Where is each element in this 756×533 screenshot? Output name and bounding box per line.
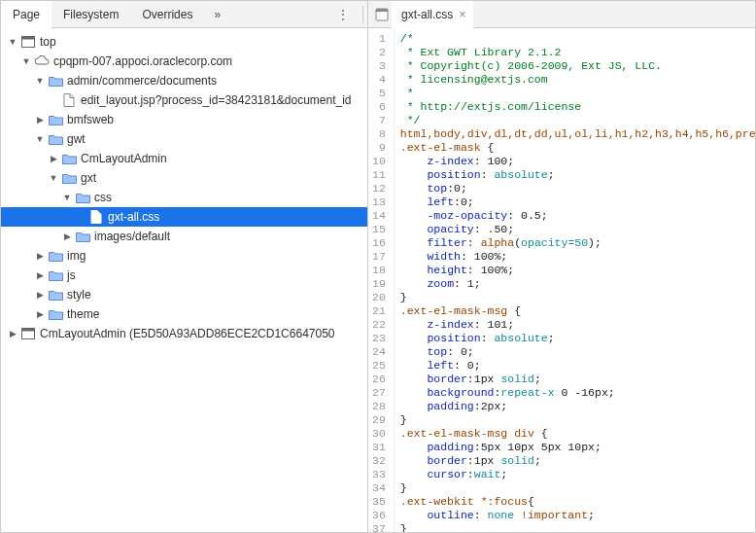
svg-rect-1 [22, 37, 35, 40]
right-pane: gxt-all.css × 12345678910111213141516171… [368, 1, 755, 532]
tree-row-label: CmLayoutAdmin (E5D50A93ADD86ECE2CD1C6647… [40, 327, 335, 340]
line-number: 6 [372, 100, 386, 114]
chevron-right-icon[interactable]: ▶ [34, 309, 46, 319]
line-number: 26 [372, 373, 386, 386]
chevron-right-icon[interactable]: ▶ [7, 329, 18, 338]
tree-row[interactable]: ▶img [1, 246, 367, 266]
chevron-down-icon[interactable]: ▼ [61, 193, 73, 202]
svg-rect-3 [22, 329, 35, 332]
code-line: .ext-webkit *:focus{ [400, 495, 755, 509]
tree-row-label: CmLayoutAdmin [81, 152, 167, 165]
tree-row[interactable]: ▶images/default [1, 227, 367, 246]
tree-row[interactable]: ▼top [1, 32, 367, 52]
line-number: 21 [372, 304, 386, 318]
line-number: 9 [372, 141, 386, 155]
code-line: html,body,div,dl,dt,dd,ul,ol,li,h1,h2,h3… [400, 127, 755, 141]
code-line: .ext-el-mask-msg div { [400, 427, 755, 441]
code-line: border:1px solid; [400, 373, 755, 386]
code-line: * Copyright(c) 2006-2009, Ext JS, LLC. [400, 59, 755, 73]
file-css-icon [374, 7, 390, 22]
tab-page[interactable]: Page [1, 1, 52, 28]
tree-row-label: images/default [94, 230, 170, 243]
code-line: } [400, 413, 755, 427]
code-line: padding:5px 10px 5px 10px; [400, 441, 755, 454]
code-editor[interactable]: 1234567891011121314151617181920212223242… [368, 28, 755, 532]
line-number: 1 [372, 32, 386, 46]
tree-row[interactable]: ▶CmLayoutAdmin (E5D50A93ADD86ECE2CD1C664… [1, 324, 367, 343]
code-line: /* [400, 32, 755, 46]
chevron-right-icon[interactable]: ▶ [34, 251, 46, 261]
chevron-right-icon[interactable]: ▶ [61, 231, 73, 241]
code-line: z-index: 101; [400, 318, 755, 332]
folder-icon [75, 229, 90, 244]
chevron-down-icon[interactable]: ▼ [7, 37, 18, 47]
tree-row[interactable]: ▶gxt-all.css [1, 207, 367, 227]
chevron-down-icon[interactable]: ▼ [20, 56, 32, 66]
line-number: 3 [372, 59, 386, 73]
chevron-down-icon[interactable]: ▼ [34, 134, 46, 144]
file-tree[interactable]: ▼top▼cpqpm-007.appoci.oraclecorp.com▼adm… [1, 28, 367, 532]
tab-filesystem[interactable]: Filesystem [52, 1, 130, 28]
divider [362, 6, 363, 23]
close-icon[interactable]: × [459, 8, 465, 21]
tree-row-label: css [94, 191, 112, 204]
code-line: */ [400, 114, 755, 127]
chevron-right-icon[interactable]: ▶ [34, 115, 46, 124]
tree-row-label: admin/commerce/documents [67, 74, 217, 88]
line-number: 8 [372, 127, 386, 141]
tree-row-label: bmfsweb [67, 113, 114, 126]
chevron-right-icon[interactable]: ▶ [48, 154, 59, 163]
code-line: left: 0; [400, 359, 755, 373]
tree-row-label: gwt [67, 132, 86, 146]
folder-icon [61, 170, 77, 186]
code-line: * Ext GWT Library 2.1.2 [400, 46, 755, 59]
tree-row[interactable]: ▶edit_layout.jsp?process_id=38423181&doc… [1, 90, 367, 110]
tree-row[interactable]: ▶CmLayoutAdmin [1, 149, 367, 168]
line-number: 23 [372, 332, 386, 345]
line-number: 17 [372, 250, 386, 264]
code-line: top:0; [400, 182, 755, 195]
tree-row[interactable]: ▶bmfsweb [1, 110, 367, 129]
tree-row[interactable]: ▼gwt [1, 129, 367, 149]
line-number: 2 [372, 46, 386, 59]
kebab-menu-icon[interactable]: ⋮ [327, 8, 359, 21]
tree-row[interactable]: ▼admin/commerce/documents [1, 71, 367, 90]
chevron-down-icon[interactable]: ▼ [34, 76, 46, 86]
tree-row-label: cpqpm-007.appoci.oraclecorp.com [53, 54, 232, 68]
tree-row[interactable]: ▼css [1, 188, 367, 207]
tab-more-icon[interactable]: » [204, 8, 230, 21]
chevron-right-icon[interactable]: ▶ [34, 290, 46, 300]
line-number: 5 [372, 87, 386, 100]
line-gutter: 1234567891011121314151617181920212223242… [368, 28, 395, 532]
code-line: background:repeat-x 0 -16px; [400, 386, 755, 400]
code-line: cursor:wait; [400, 468, 755, 481]
code-line: outline: none !important; [400, 509, 755, 522]
tree-row[interactable]: ▶js [1, 266, 367, 285]
code-line: z-index: 100; [400, 155, 755, 168]
code-line: left:0; [400, 195, 755, 209]
chevron-right-icon[interactable]: ▶ [34, 270, 46, 280]
code-line: .ext-el-mask { [400, 141, 755, 155]
tree-row[interactable]: ▼cpqpm-007.appoci.oraclecorp.com [1, 52, 367, 71]
file-tab[interactable]: gxt-all.css × [392, 1, 473, 28]
code-line: top: 0; [400, 345, 755, 359]
chevron-down-icon[interactable]: ▼ [48, 173, 59, 183]
code-line: } [400, 291, 755, 304]
code-line: width: 100%; [400, 250, 755, 264]
line-number: 37 [372, 522, 386, 532]
code-content[interactable]: /* * Ext GWT Library 2.1.2 * Copyright(c… [395, 28, 755, 532]
tree-row[interactable]: ▼gxt [1, 168, 367, 188]
folder-icon [61, 151, 77, 166]
svg-rect-5 [376, 9, 388, 12]
left-pane: Page Filesystem Overrides » ⋮ ▼top▼cpqpm… [1, 1, 368, 532]
code-line: opacity: .50; [400, 223, 755, 236]
line-number: 11 [372, 168, 386, 182]
tab-overrides[interactable]: Overrides [130, 1, 204, 28]
code-line: position: absolute; [400, 332, 755, 345]
code-line: } [400, 522, 755, 532]
tree-row[interactable]: ▶style [1, 285, 367, 304]
code-line: position: absolute; [400, 168, 755, 182]
code-line: zoom: 1; [400, 277, 755, 291]
tree-row[interactable]: ▶theme [1, 304, 367, 324]
line-number: 15 [372, 223, 386, 236]
